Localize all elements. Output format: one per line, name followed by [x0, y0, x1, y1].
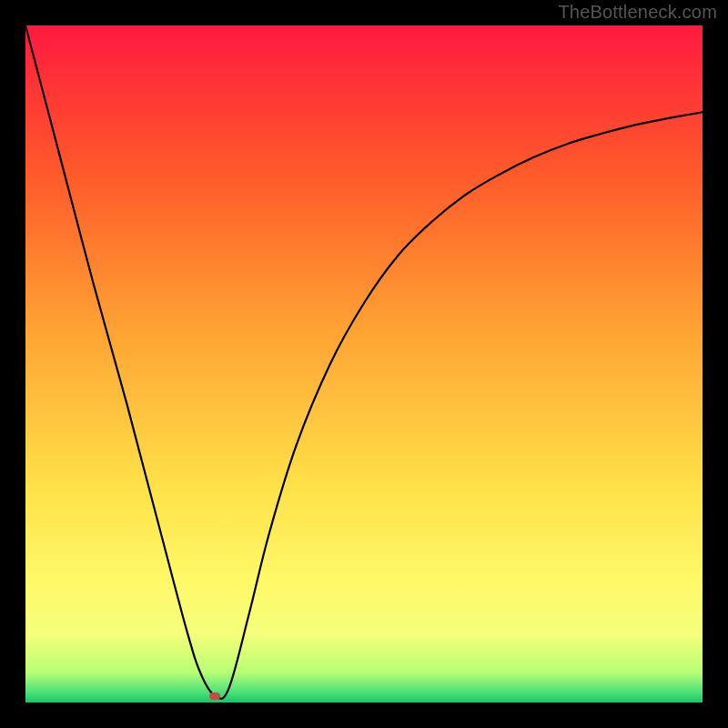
watermark-text: TheBottleneck.com: [558, 2, 717, 23]
plot-area: [25, 25, 703, 703]
bottleneck-curve: [25, 25, 703, 703]
optimal-marker: [209, 693, 220, 700]
chart-frame: TheBottleneck.com: [0, 0, 728, 728]
